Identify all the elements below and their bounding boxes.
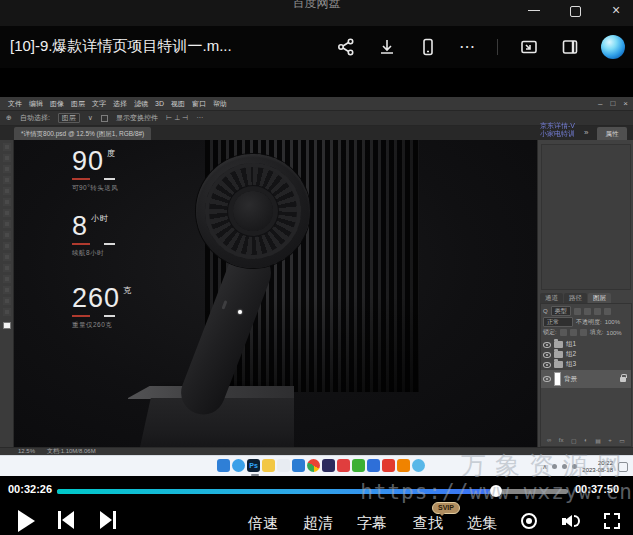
download-icon[interactable] [377,37,397,57]
filter-shape-icon[interactable] [604,308,611,315]
ps-menubar: 文件 编辑 图像 图层 文字 选择 滤镜 3D 视图 窗口 帮助 – □ × [0,97,633,110]
ps-menu-type[interactable]: 文字 [92,99,106,109]
ps-menu-edit[interactable]: 编辑 [29,99,43,109]
fullscreen-icon[interactable] [604,513,620,529]
fan-power-button [221,300,227,309]
notification-center-icon[interactable] [618,462,628,472]
store-icon[interactable] [277,459,290,472]
ps-menu-view[interactable]: 视图 [171,99,185,109]
visibility-eye-icon[interactable] [543,376,551,382]
start-button-icon[interactable] [217,459,230,472]
filter-pixel-icon[interactable] [574,308,581,315]
play-button[interactable] [18,510,35,532]
ps-toolbar[interactable] [0,140,14,447]
properties-panel-tab[interactable]: 属性 [597,127,627,140]
zoom-level[interactable]: 12.5% [18,448,35,455]
ps-document-tab[interactable]: *详情页800.psd @ 12.5% (图层1, RGB/8#) [14,127,151,140]
layer-effects-icon[interactable]: fx [559,437,564,444]
file-explorer-icon[interactable] [262,459,275,472]
blend-mode-dropdown[interactable]: 正常 [543,317,573,327]
ps-menu-select[interactable]: 选择 [113,99,127,109]
ps-menu-image[interactable]: 图像 [50,99,64,109]
progress-bar[interactable] [57,489,568,494]
qq-icon[interactable] [337,459,350,472]
ps-menu-window[interactable]: 窗口 [192,99,206,109]
photoshop-taskbar-icon[interactable]: Ps [247,459,260,472]
layer-row-group2[interactable]: 组2 [543,350,629,359]
layer-row-group1[interactable]: 组1 [543,340,629,349]
close-button[interactable]: × [609,4,623,18]
browser-icon[interactable] [412,459,425,472]
options-more-icon[interactable]: ⋯ [196,114,203,122]
feature-unit: 度 [107,149,116,158]
find-button[interactable]: 查找 [413,514,443,533]
ps-menu-layer[interactable]: 图层 [71,99,85,109]
layer-row-background[interactable]: 背景 [541,370,631,388]
ps-menu-3d[interactable]: 3D [155,100,164,107]
quality-button[interactable]: 超清 [303,514,333,533]
ps-menu-help[interactable]: 帮助 [213,99,227,109]
subtitle-button[interactable]: 字幕 [357,514,387,533]
search-icon[interactable] [232,459,245,472]
visibility-eye-icon[interactable] [543,352,551,358]
new-group-icon[interactable]: ▤ [595,437,601,444]
delete-layer-icon[interactable]: ▭ [619,437,625,444]
more-icon[interactable]: ⋯ [459,42,476,52]
windows-taskbar: Ps ∧ 20:22 2023-08-18 [0,455,633,476]
taskbar-clock[interactable]: 20:22 2023-08-18 [582,460,613,474]
cast-screen-icon[interactable] [519,37,539,57]
ps-restore-icon[interactable]: □ [610,99,615,108]
tray-chevron-icon[interactable]: ∧ [542,463,547,471]
volume-icon[interactable] [562,513,582,529]
show-transform-checkbox[interactable] [101,115,108,122]
ps-menu-filter[interactable]: 滤镜 [134,99,148,109]
lock-transparent-icon[interactable] [560,329,567,336]
wechat-icon[interactable] [352,459,365,472]
fill-value[interactable]: 100% [606,330,621,336]
panel-collapse-icon[interactable]: » [584,128,588,137]
filter-text-icon[interactable] [594,308,601,315]
app-blue-icon[interactable] [367,459,380,472]
app-dark-icon[interactable] [322,459,335,472]
adjustment-layer-icon[interactable]: ◐ [584,437,588,444]
auto-select-target-dropdown[interactable]: 图层 [58,113,80,123]
speed-button[interactable]: 倍速 [248,514,278,533]
window-titlebar: 百度网盘 × [0,0,633,26]
assistant-sphere-icon[interactable] [601,35,625,59]
minimize-button[interactable] [527,4,541,18]
ps-menu-file[interactable]: 文件 [8,99,22,109]
lock-pixels-icon[interactable] [570,329,577,336]
previous-button[interactable] [58,511,74,529]
filter-adjust-icon[interactable] [584,308,591,315]
phone-icon[interactable] [418,37,438,57]
lock-position-icon[interactable] [580,329,587,336]
next-button[interactable] [100,511,116,529]
filter-type-dropdown[interactable]: 类型 [551,306,571,316]
chrome-icon[interactable] [307,459,320,472]
ps-close-icon[interactable]: × [623,99,628,108]
mail-icon[interactable] [292,459,305,472]
opacity-value[interactable]: 100% [605,319,620,325]
ps-minimize-icon[interactable]: – [598,99,602,108]
visibility-eye-icon[interactable] [543,362,551,368]
app-red-icon[interactable] [382,459,395,472]
tray-date: 2023-08-18 [582,467,613,474]
dock-side-icon[interactable] [560,37,580,57]
foreground-color-swatch[interactable] [3,322,11,329]
new-layer-icon[interactable]: + [608,437,612,444]
episodes-button[interactable]: 选集 [467,514,497,533]
layer-row-group3[interactable]: 组3 [543,360,629,369]
tray-network-icon[interactable] [552,464,557,469]
search-icon[interactable]: Q [543,308,548,314]
visibility-eye-icon[interactable] [543,342,551,348]
app-orange-icon[interactable] [397,459,410,472]
layer-mask-icon[interactable]: ▢ [571,437,577,444]
share-icon[interactable] [336,37,356,57]
tray-volume-icon[interactable] [562,464,567,469]
align-icons[interactable]: ⊢ ⊥ ⊣ [166,114,188,122]
progress-knob[interactable] [490,485,502,497]
link-layers-icon[interactable]: ∞ [547,437,551,444]
tray-ime-icon[interactable] [572,464,577,469]
maximize-button[interactable] [568,4,582,18]
screen-record-icon[interactable] [521,513,537,529]
